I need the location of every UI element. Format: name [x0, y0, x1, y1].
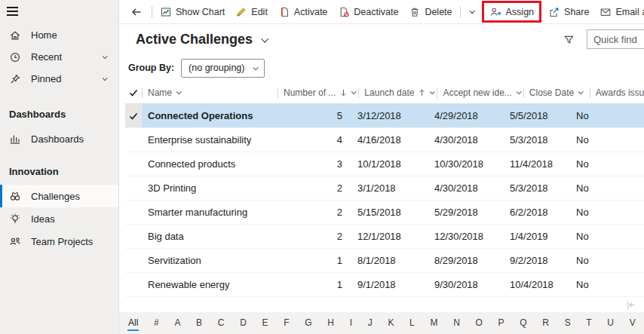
more-commands-button[interactable] — [463, 0, 480, 23]
column-header-launch-date[interactable]: Launch date — [358, 81, 437, 103]
cell-accept-new-ideas: 4/30/2018 — [425, 176, 501, 200]
cell-awards-issued: No — [567, 273, 644, 296]
cell-launch-date: 8/1/2018 — [348, 249, 425, 272]
table-row[interactable]: Servitization18/1/20188/29/20189/2/2018N… — [125, 249, 644, 273]
home-icon — [9, 29, 21, 41]
jump-letter-b[interactable]: B — [195, 316, 203, 331]
sidebar-item-recent[interactable]: Recent — [0, 46, 118, 68]
toolbar-separator — [460, 6, 461, 18]
jump-letter-o[interactable]: O — [475, 316, 483, 331]
select-all-checkbox[interactable] — [125, 81, 142, 103]
activate-document-icon — [278, 6, 290, 18]
filter-button[interactable] — [563, 34, 575, 45]
edit-button[interactable]: Edit — [230, 0, 273, 23]
jump-letter-r[interactable]: R — [541, 316, 550, 331]
sidebar-item-dashboards[interactable]: Dashboards — [0, 127, 118, 150]
quick-find-input[interactable] — [587, 29, 644, 49]
show-chart-button[interactable]: Show Chart — [155, 0, 230, 23]
jump-letter-e[interactable]: E — [262, 316, 269, 331]
row-checkbox[interactable] — [125, 225, 142, 248]
jump-letter-c[interactable]: C — [217, 316, 225, 331]
table-row[interactable]: Renewable energy19/1/20189/30/201810/4/2… — [125, 273, 644, 297]
sort-descending-icon — [340, 88, 347, 97]
sidebar-item-team-projects[interactable]: Team Projects — [0, 230, 118, 253]
hamburger-menu-button[interactable] — [0, 0, 118, 21]
row-checkbox[interactable] — [125, 249, 142, 272]
row-checkbox[interactable] — [125, 201, 142, 224]
jump-letter-h[interactable]: H — [327, 316, 335, 331]
sidebar-section-innovation: Innovation — [0, 164, 118, 179]
view-header: Active Challenges — [119, 24, 644, 54]
share-button[interactable]: Share — [543, 0, 594, 23]
jump-letter-k[interactable]: K — [387, 316, 394, 331]
column-label: Name — [148, 87, 172, 98]
assign-person-icon — [489, 6, 502, 18]
chevron-down-icon — [351, 89, 357, 94]
cell-name: Enterprise sustainability — [142, 128, 278, 152]
cell-awards-issued: No — [567, 152, 644, 176]
jump-letter-a[interactable]: A — [173, 316, 181, 331]
sidebar-item-challenges[interactable]: Challenges — [0, 185, 118, 207]
row-checkbox[interactable] — [125, 176, 142, 200]
table-row[interactable]: 3D Printing23/1/20184/30/20185/3/2018No — [125, 176, 644, 201]
sidebar-item-ideas[interactable]: Ideas — [0, 207, 118, 230]
cell-launch-date: 9/1/2018 — [348, 273, 425, 296]
assign-button[interactable]: Assign — [484, 3, 540, 20]
column-header-accept-new-ide[interactable]: Accept new ide... — [437, 81, 523, 103]
jump-letter-l[interactable]: L — [409, 316, 416, 331]
row-checkbox[interactable] — [125, 128, 142, 152]
table-row[interactable]: Connected products310/1/201810/30/201811… — [125, 152, 644, 176]
activate-button[interactable]: Activate — [273, 0, 333, 23]
jump-letter-v[interactable]: V — [629, 316, 636, 331]
jump-letter-t[interactable]: T — [585, 316, 592, 331]
row-checkbox[interactable] — [125, 104, 142, 127]
sidebar-item-pinned[interactable]: Pinned — [0, 68, 118, 90]
table-row[interactable]: Connected Operations53/12/20184/29/20185… — [125, 104, 644, 128]
jump-letter-g[interactable]: G — [304, 316, 312, 331]
jump-letter-#[interactable]: # — [153, 316, 160, 331]
table-row[interactable]: Smarter manufacturing25/15/20185/29/2018… — [125, 201, 644, 225]
column-header-close-date[interactable]: Close Date — [523, 81, 590, 103]
activate-label: Activate — [294, 7, 327, 17]
column-header-awards-issued[interactable]: Awards issued? — [590, 81, 644, 103]
jump-letter-n[interactable]: N — [452, 316, 461, 331]
lightbulb-icon — [9, 213, 21, 225]
row-checkbox[interactable] — [125, 273, 142, 296]
sidebar-item-label: Home — [31, 29, 57, 41]
back-button[interactable] — [124, 0, 149, 23]
email-a-link-button[interactable]: Email a Link — [594, 0, 644, 23]
jump-letter-i[interactable]: I — [349, 316, 353, 331]
jump-letter-d[interactable]: D — [239, 316, 247, 331]
jump-letter-q[interactable]: Q — [519, 316, 527, 331]
cell-close-date: 5/3/2018 — [501, 128, 567, 152]
column-header-number-of[interactable]: Number of ... — [278, 81, 358, 103]
deactivate-button[interactable]: Deactivate — [333, 0, 403, 23]
row-checkbox[interactable] — [125, 152, 142, 176]
cell-accept-new-ideas: 12/30/2018 — [425, 225, 501, 248]
jump-letter-s[interactable]: S — [564, 316, 572, 331]
jump-letter-all[interactable]: All — [127, 316, 139, 331]
jump-letter-u[interactable]: U — [606, 316, 615, 331]
jump-letter-f[interactable]: F — [283, 316, 290, 331]
group-by-select[interactable]: (no grouping) — [181, 59, 265, 78]
delete-button[interactable]: Delete — [403, 0, 457, 23]
column-header-name[interactable]: Name — [142, 81, 278, 103]
column-label: Number of ... — [284, 87, 336, 98]
cell-number-of: 2 — [278, 201, 348, 224]
checkmark-icon — [129, 88, 138, 97]
cell-accept-new-ideas: 8/29/2018 — [425, 249, 501, 272]
sidebar-item-home[interactable]: Home — [0, 24, 118, 46]
group-by-label: Group By: — [128, 63, 174, 73]
view-selector[interactable]: Active Challenges — [136, 32, 267, 47]
cell-launch-date: 5/15/2018 — [348, 201, 425, 224]
table-row[interactable]: Enterprise sustainability44/16/20184/30/… — [125, 128, 644, 152]
jump-letter-p[interactable]: P — [498, 316, 505, 331]
hamburger-icon — [7, 14, 18, 16]
chevron-down-icon — [578, 89, 584, 94]
email-icon — [600, 6, 612, 18]
jump-letter-j[interactable]: J — [367, 316, 373, 331]
cell-close-date: 10/4/2018 — [501, 273, 567, 296]
jump-letter-m[interactable]: M — [429, 316, 438, 331]
table-row[interactable]: Big data212/1/201812/30/20181/4/2019No — [125, 225, 644, 249]
group-by-value: (no grouping) — [189, 63, 244, 73]
